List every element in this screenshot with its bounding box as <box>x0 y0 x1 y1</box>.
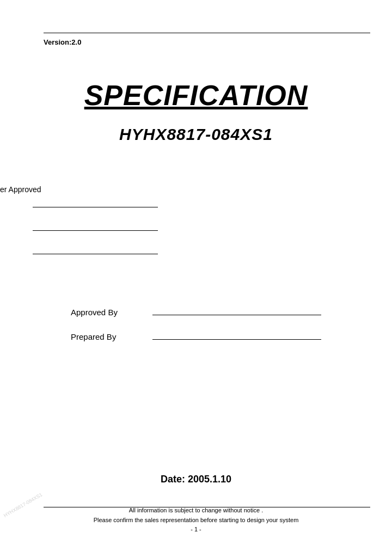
left-signature-lines <box>33 207 158 277</box>
left-sig-line-2 <box>33 230 158 231</box>
prepared-by-row: Prepared By <box>71 332 321 341</box>
prepared-by-label: Prepared By <box>71 332 136 341</box>
version-label: Version:2.0 <box>44 38 81 46</box>
footer-line-2: Please confirm the sales representation … <box>0 516 392 525</box>
document-title: SPECIFICATION <box>0 79 392 112</box>
prepared-by-line <box>152 339 321 340</box>
left-sig-line-3 <box>33 254 158 254</box>
approved-by-line <box>152 315 321 315</box>
signature-section: Approved By Prepared By <box>0 308 392 357</box>
date-label: Date: 2005.1.10 <box>0 474 392 485</box>
left-sig-line-1 <box>33 207 158 207</box>
footer-text: All information is subject to change wit… <box>0 506 392 535</box>
approved-by-row: Approved By <box>71 308 321 317</box>
footer-page-number: - 1 - <box>0 525 392 535</box>
customer-approved-label: er Approved <box>0 185 41 194</box>
approved-by-label: Approved By <box>71 308 136 317</box>
model-number: HYHX8817-084XS1 <box>0 125 392 144</box>
document-page: Version:2.0 SPECIFICATION HYHX8817-084XS… <box>0 0 392 551</box>
top-divider-line <box>44 33 370 33</box>
footer-line-1: All information is subject to change wit… <box>0 506 392 516</box>
